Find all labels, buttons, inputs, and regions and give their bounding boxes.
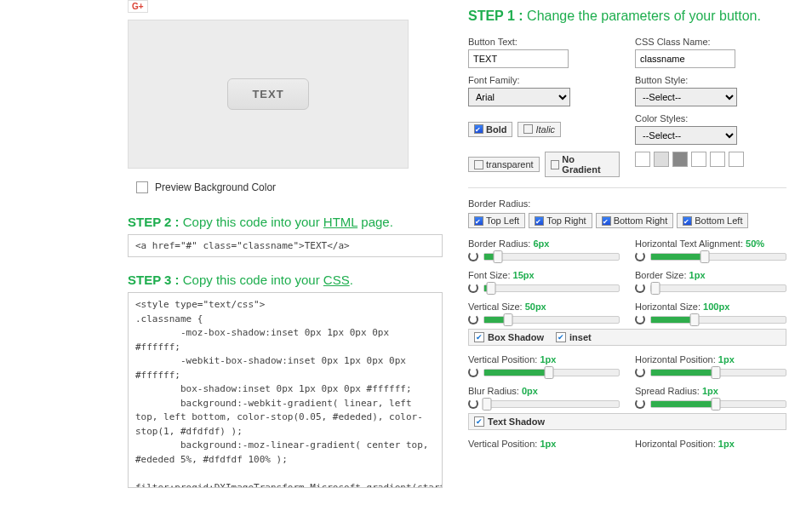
spinner-icon xyxy=(635,367,645,377)
spinner-icon xyxy=(635,314,645,324)
html-link[interactable]: HTML xyxy=(323,215,357,229)
css-class-input[interactable] xyxy=(635,49,735,68)
spinner-icon xyxy=(468,399,478,409)
preview-area: TEXT xyxy=(128,20,409,169)
spinner-icon xyxy=(468,314,478,324)
font-family-label: Font Family: xyxy=(468,75,620,85)
no-gradient-toggle[interactable]: No Gradient xyxy=(545,152,620,177)
slider: Border Radius: 6px xyxy=(468,238,620,261)
spinner-icon xyxy=(635,399,645,409)
swatch[interactable] xyxy=(654,152,669,167)
button-text-input[interactable] xyxy=(468,49,569,68)
preview-button[interactable]: TEXT xyxy=(227,78,308,110)
color-styles-label: Color Styles: xyxy=(635,113,786,123)
step2-code[interactable]: <a href="#" class="classname">TEXT</a> xyxy=(128,234,443,257)
slider: Horizontal Size: 100px xyxy=(635,301,786,324)
inset-checkbox[interactable] xyxy=(556,332,566,342)
text-shadow-checkbox[interactable] xyxy=(474,416,484,427)
gplus-badge[interactable]: G+ xyxy=(128,0,148,13)
corner-tr[interactable]: Top Right xyxy=(529,213,592,228)
italic-toggle[interactable]: Italic xyxy=(518,122,561,137)
font-family-select[interactable]: Arial xyxy=(468,88,570,106)
swatch[interactable] xyxy=(691,152,706,167)
swatch[interactable] xyxy=(635,152,650,167)
swatch[interactable] xyxy=(710,152,725,167)
slider: Vertical Position: 1px xyxy=(468,354,620,377)
slider-track[interactable] xyxy=(650,369,786,376)
css-link[interactable]: CSS xyxy=(323,273,350,287)
spinner-icon xyxy=(468,283,478,293)
slider-track[interactable] xyxy=(483,400,620,408)
slider-track[interactable] xyxy=(650,284,786,292)
corner-bl[interactable]: Bottom Left xyxy=(677,213,748,228)
slider: Border Size: 1px xyxy=(635,270,786,293)
slider: Vertical Size: 50px xyxy=(468,301,620,324)
corner-tl[interactable]: Top Left xyxy=(468,213,525,228)
button-text-label: Button Text: xyxy=(468,37,620,47)
step3-code[interactable]: <style type="text/css"> .classname { -mo… xyxy=(128,292,443,488)
slider-track[interactable] xyxy=(483,316,620,324)
slider-track[interactable] xyxy=(483,369,620,376)
spinner-icon xyxy=(635,251,645,261)
spinner-icon xyxy=(468,251,478,261)
slider-track[interactable] xyxy=(650,400,786,408)
step3-heading: STEP 3 : Copy this code into your CSS. xyxy=(128,273,443,287)
slider: Font Size: 15px xyxy=(468,270,620,293)
swatch[interactable] xyxy=(672,152,688,167)
spinner-icon xyxy=(635,283,645,293)
swatch[interactable] xyxy=(729,152,744,167)
slider-track[interactable] xyxy=(650,253,786,261)
button-style-label: Button Style: xyxy=(635,75,786,85)
slider: Horizontal Position: 1px xyxy=(635,354,786,377)
css-class-label: CSS Class Name: xyxy=(635,37,786,47)
box-shadow-checkbox[interactable] xyxy=(474,332,484,342)
transparent-toggle[interactable]: transparent xyxy=(468,157,540,172)
slider: Horizontal Text Alignment: 50% xyxy=(635,238,786,261)
button-style-select[interactable]: --Select-- xyxy=(635,88,737,106)
slider-track[interactable] xyxy=(650,316,786,324)
text-shadow-section: Text Shadow xyxy=(468,413,786,430)
slider-track[interactable] xyxy=(483,253,620,261)
step1-heading: STEP 1 : Change the parameters of your b… xyxy=(468,9,786,24)
bold-toggle[interactable]: Bold xyxy=(468,122,512,137)
border-radius-label: Border Radius: xyxy=(468,198,786,209)
color-swatches xyxy=(635,152,786,177)
slider-track[interactable] xyxy=(483,284,620,292)
slider: Spread Radius: 1px xyxy=(635,386,786,409)
preview-bg-checkbox[interactable] xyxy=(136,181,148,193)
color-styles-select[interactable]: --Select-- xyxy=(635,126,737,145)
spinner-icon xyxy=(468,367,478,377)
slider: Blur Radius: 0px xyxy=(468,386,620,409)
step2-heading: STEP 2 : Copy this code into your HTML p… xyxy=(128,215,443,229)
preview-bg-label: Preview Background Color xyxy=(155,181,276,193)
box-shadow-section: Box Shadow inset xyxy=(468,329,786,346)
corner-br[interactable]: Bottom Right xyxy=(596,213,674,228)
